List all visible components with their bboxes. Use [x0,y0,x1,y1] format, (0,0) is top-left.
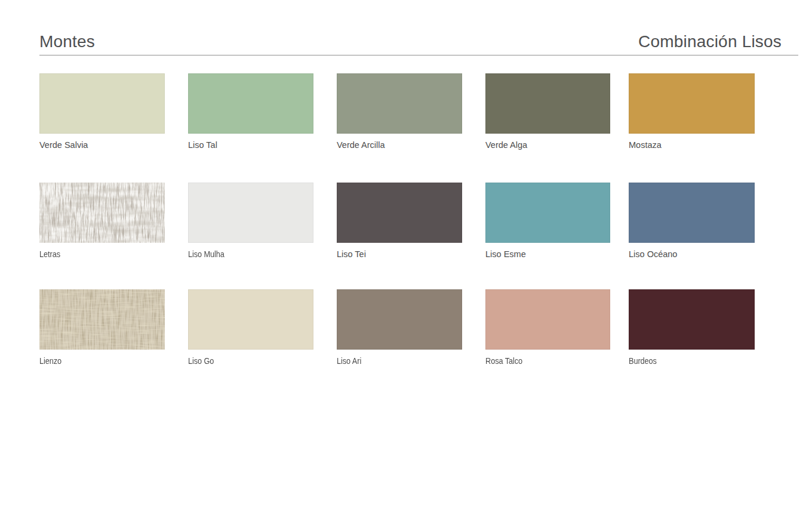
combination-title: Combinación Lisos [638,32,782,51]
swatch-cell: Verde Alga [485,73,610,150]
swatch-cell: Letras [39,183,165,260]
swatch-cell: Liso Tei [337,183,462,260]
swatch-cell: Burdeos [629,289,755,366]
swatch-label-verde-salvia: Verde Salvia [39,140,165,150]
swatch-cell: Liso Ari [337,289,462,366]
swatch-liso-mulha[interactable] [188,183,313,243]
swatch-label-liso-tei: Liso Tei [337,249,462,260]
swatch-label-burdeos: Burdeos [629,356,740,366]
page-header: Montes Combinación Lisos [39,30,798,55]
swatch-label-liso-go: Liso Go [188,356,299,366]
swatch-label-lienzo: Lienzo [39,356,150,366]
swatch-verde-salvia[interactable] [39,73,165,134]
swatch-verde-alga[interactable] [485,73,610,134]
swatch-liso-go[interactable] [188,289,313,350]
swatch-verde-arcilla[interactable] [337,73,462,134]
swatch-label-letras: Letras [39,249,150,260]
collection-title: Montes [39,32,95,51]
swatch-burdeos[interactable] [629,289,755,350]
swatch-liso-oceano[interactable] [629,183,755,243]
swatch-cell: Liso Tal [188,73,313,150]
swatch-label-verde-arcilla: Verde Arcilla [337,140,462,150]
swatch-label-liso-ari: Liso Ari [337,356,447,366]
swatch-liso-tei[interactable] [337,183,462,243]
swatch-grid: Verde Salvia Liso Tal Verde Arcilla Verd… [39,73,755,372]
swatch-label-rosa-talco: Rosa Talco [485,356,595,366]
swatch-letras[interactable] [39,183,165,243]
swatch-cell: Liso Mulha [188,183,313,260]
swatch-cell: Verde Salvia [39,73,165,150]
swatch-cell: Mostaza [629,73,755,150]
swatch-label-liso-mulha: Liso Mulha [188,249,299,260]
swatch-cell: Verde Arcilla [337,73,462,150]
swatch-rosa-talco[interactable] [485,289,610,350]
swatch-cell: Rosa Talco [485,289,610,366]
swatch-label-liso-esme: Liso Esme [485,249,610,260]
swatch-cell: Liso Océano [629,183,755,260]
swatch-lienzo[interactable] [39,289,165,350]
swatch-liso-tal[interactable] [188,73,313,134]
swatch-label-liso-oceano: Liso Océano [629,249,755,260]
swatch-mostaza[interactable] [629,73,755,134]
swatch-liso-esme[interactable] [485,183,610,243]
swatch-label-liso-tal: Liso Tal [188,140,313,150]
swatch-cell: Liso Go [188,289,313,366]
swatch-label-mostaza: Mostaza [629,140,755,150]
swatch-label-verde-alga: Verde Alga [485,140,610,150]
swatch-cell: Lienzo [39,289,165,366]
swatch-liso-ari[interactable] [337,289,462,350]
swatch-cell: Liso Esme [485,183,610,260]
header-divider [39,55,798,55]
